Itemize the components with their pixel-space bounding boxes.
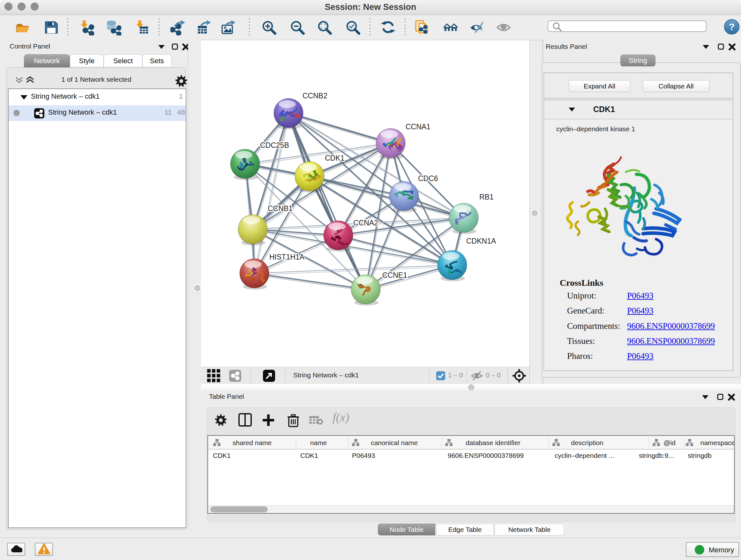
svg-text:CDC6: CDC6: [418, 174, 438, 183]
svg-text:CCNE1: CCNE1: [382, 271, 407, 279]
svg-text:CDC25B: CDC25B: [260, 141, 289, 149]
svg-text:HIST1H1A: HIST1H1A: [269, 253, 305, 261]
svg-text:CCNB1: CCNB1: [268, 204, 293, 212]
svg-text:RB1: RB1: [479, 193, 494, 201]
svg-text:CDK1: CDK1: [325, 154, 344, 162]
svg-text:?: ?: [729, 21, 735, 32]
svg-text:CCNB2: CCNB2: [302, 91, 327, 100]
svg-text:CCNA1: CCNA1: [406, 123, 430, 131]
svg-text:CCNA2: CCNA2: [353, 219, 378, 227]
svg-text:CDKN1A: CDKN1A: [466, 237, 496, 245]
